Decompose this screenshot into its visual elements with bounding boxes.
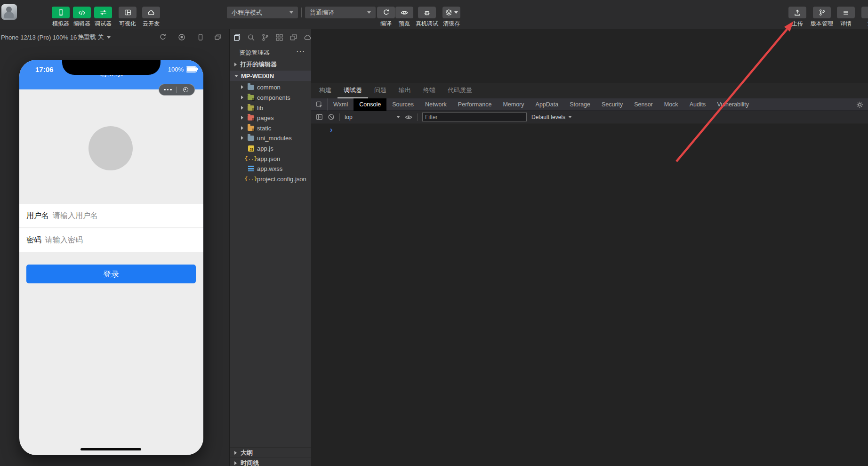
- devtools-tab-sources[interactable]: Sources: [386, 98, 419, 111]
- source-control-icon[interactable]: [261, 33, 269, 41]
- visualization-toggle-button[interactable]: 可视化: [119, 7, 137, 26]
- user-avatar[interactable]: [1, 4, 17, 20]
- tree-item-folder[interactable]: static: [230, 123, 311, 133]
- chevron-right-icon: [241, 136, 243, 140]
- bug-icon: [423, 9, 431, 16]
- tree-item-file[interactable]: {..} app.json: [230, 153, 311, 164]
- devtools-tab-mock[interactable]: Mock: [659, 98, 684, 111]
- debugger-toggle-button[interactable]: 调试器: [94, 7, 112, 26]
- extensions-icon[interactable]: [275, 33, 283, 41]
- tab-build[interactable]: 构建: [313, 83, 338, 98]
- section-label: 打开的编辑器: [240, 60, 277, 69]
- tree-item-folder[interactable]: components: [230, 92, 311, 103]
- devtools-settings-gear-icon[interactable]: [856, 98, 863, 111]
- username-field-row[interactable]: 用户名 请输入用户名: [19, 204, 203, 228]
- right-button-label: 详情: [840, 21, 852, 26]
- devtools-tab-audits[interactable]: Audits: [684, 98, 712, 111]
- rotate-icon[interactable]: [159, 33, 167, 41]
- eye-watch-icon[interactable]: [405, 113, 412, 121]
- ellipsis-icon: [164, 89, 172, 91]
- devtools-tab-memory[interactable]: Memory: [497, 98, 530, 111]
- devtools-tab-security[interactable]: Security: [596, 98, 628, 111]
- log-levels-selector[interactable]: Default levels: [531, 114, 572, 121]
- tab-problems[interactable]: 问题: [368, 83, 393, 98]
- upload-button[interactable]: 上传: [788, 7, 806, 26]
- version-control-button[interactable]: 版本管理: [811, 7, 833, 26]
- timeline-section[interactable]: 时间线: [230, 458, 311, 466]
- action-button-label: 清缓存: [443, 21, 460, 26]
- tree-item-file[interactable]: JS app.js: [230, 143, 311, 153]
- inspect-element-icon[interactable]: [311, 98, 328, 111]
- preview-button[interactable]: 预览: [395, 7, 413, 26]
- clear-cache-button[interactable]: 清缓存: [442, 7, 460, 26]
- devtools-tab-appdata[interactable]: AppData: [530, 98, 564, 111]
- clear-console-icon[interactable]: [328, 113, 335, 121]
- devtools-tab-console[interactable]: Console: [354, 98, 386, 111]
- project-root-item[interactable]: MP-WEIXIN: [230, 71, 311, 81]
- compile-mode-dropdown[interactable]: 普通编译: [305, 7, 376, 18]
- devtools-tab-sensor[interactable]: Sensor: [628, 98, 659, 111]
- folder-name: lib: [257, 104, 263, 112]
- console-prompt-chevron[interactable]: ›: [330, 126, 332, 134]
- tree-item-folder[interactable]: common: [230, 82, 311, 92]
- chevron-down-icon: [568, 116, 572, 118]
- sidebar-toggle-icon[interactable]: [316, 113, 323, 121]
- js-file-icon: JS: [248, 145, 254, 152]
- tree-item-folder[interactable]: pages: [230, 112, 311, 123]
- devtools-tab-vulnerability[interactable]: Vulnerability: [711, 98, 755, 111]
- console-filter-input[interactable]: [422, 112, 527, 121]
- record-icon[interactable]: [178, 33, 185, 41]
- details-button[interactable]: 详情: [837, 7, 855, 26]
- chevron-down-icon: [396, 116, 400, 118]
- mode-dropdown-value: 小程序模式: [232, 8, 262, 17]
- files-icon[interactable]: [233, 33, 241, 41]
- compile-button[interactable]: 编译: [377, 7, 395, 26]
- hot-reload-selector[interactable]: 热重载 关: [78, 29, 111, 45]
- open-editors-section[interactable]: 打开的编辑器: [230, 59, 311, 70]
- tab-code-quality[interactable]: 代码质量: [442, 83, 478, 98]
- search-icon[interactable]: [247, 33, 255, 41]
- device-selector[interactable]: Phone 12/13 (Pro) 100% 16: [1, 29, 83, 45]
- devtools-tab-network[interactable]: Network: [419, 98, 452, 111]
- console-toolbar: top Default levels: [311, 111, 868, 123]
- tree-item-folder[interactable]: uni_modules: [230, 133, 311, 143]
- tree-item-file[interactable]: {..} project.config.json: [230, 174, 311, 184]
- more-actions-icon[interactable]: ···: [297, 48, 305, 55]
- window-icon[interactable]: [289, 33, 297, 41]
- file-name: project.config.json: [257, 176, 306, 183]
- chevron-down-icon: [234, 75, 238, 77]
- tab-output[interactable]: 输出: [393, 83, 417, 98]
- chevron-down-icon: [289, 11, 293, 14]
- context-selector[interactable]: top: [345, 114, 400, 121]
- simulator-toggle-button[interactable]: 模拟器: [52, 7, 70, 26]
- messages-button-clipped[interactable]: 消: [861, 7, 868, 26]
- tab-debugger[interactable]: 调试器: [338, 83, 368, 98]
- phone-frame-icon[interactable]: [197, 33, 204, 41]
- debugger-panel: 构建 调试器 问题 输出 终端 代码质量 Wxml Console Source…: [311, 29, 868, 466]
- profile-avatar-placeholder[interactable]: [88, 126, 133, 170]
- tab-terminal[interactable]: 终端: [417, 83, 442, 98]
- editor-toggle-button[interactable]: 编辑器: [73, 7, 91, 26]
- folder-name: static: [257, 125, 271, 132]
- capsule-home-button[interactable]: [177, 84, 194, 95]
- battery-icon: [186, 66, 197, 72]
- devtools-tab-storage[interactable]: Storage: [564, 98, 596, 111]
- capsule-more-button[interactable]: [159, 84, 177, 95]
- cloud-dev-button[interactable]: 云开发: [142, 7, 160, 26]
- mode-dropdown[interactable]: 小程序模式: [227, 7, 298, 18]
- devtools-tab-wxml[interactable]: Wxml: [328, 98, 354, 111]
- folder-icon: [248, 115, 254, 121]
- tree-item-file[interactable]: app.wxss: [230, 163, 311, 174]
- login-button[interactable]: 登录: [26, 265, 196, 283]
- outline-section[interactable]: 大纲: [230, 447, 311, 458]
- cloud-icon: [147, 9, 155, 16]
- tree-item-folder[interactable]: lib: [230, 103, 311, 113]
- password-field-row[interactable]: 密码 请输入密码: [19, 228, 203, 252]
- upload-icon: [794, 9, 801, 16]
- devtools-tab-performance[interactable]: Performance: [452, 98, 498, 111]
- multi-window-icon[interactable]: [214, 33, 222, 41]
- project-name: MP-WEIXIN: [241, 72, 274, 80]
- target-icon: [183, 87, 188, 92]
- remote-debug-button[interactable]: 真机调试: [416, 7, 438, 26]
- cloud-sync-icon[interactable]: [304, 33, 312, 41]
